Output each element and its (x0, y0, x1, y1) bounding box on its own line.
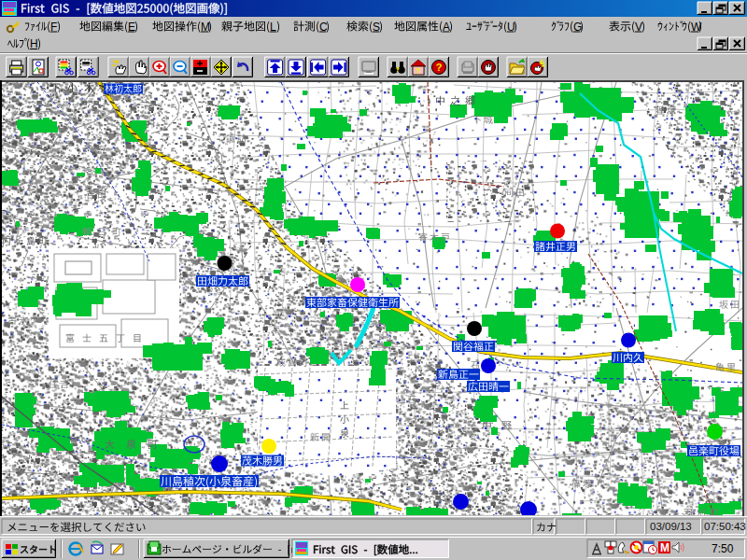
svg-text:?: ? (416, 66, 421, 76)
svg-text:03/09/13: 03/09/13 (650, 521, 692, 532)
svg-text:H: H (30, 37, 38, 50)
svg-text:M: M (660, 541, 669, 554)
svg-text:S: S (373, 21, 380, 34)
svg-text:U: U (507, 21, 515, 34)
svg-text:E: E (128, 21, 135, 34)
svg-text:07:50:43: 07:50:43 (704, 521, 746, 532)
svg-text:?: ? (396, 66, 400, 73)
svg-text:M: M (201, 21, 210, 34)
svg-text:F: F (50, 21, 57, 34)
svg-text:V: V (635, 21, 642, 34)
svg-text:A: A (443, 21, 450, 34)
svg-text:7:50: 7:50 (712, 542, 734, 555)
svg-text:C: C (319, 21, 328, 34)
svg-text:?: ? (436, 62, 443, 73)
svg-text:L: L (270, 21, 276, 34)
